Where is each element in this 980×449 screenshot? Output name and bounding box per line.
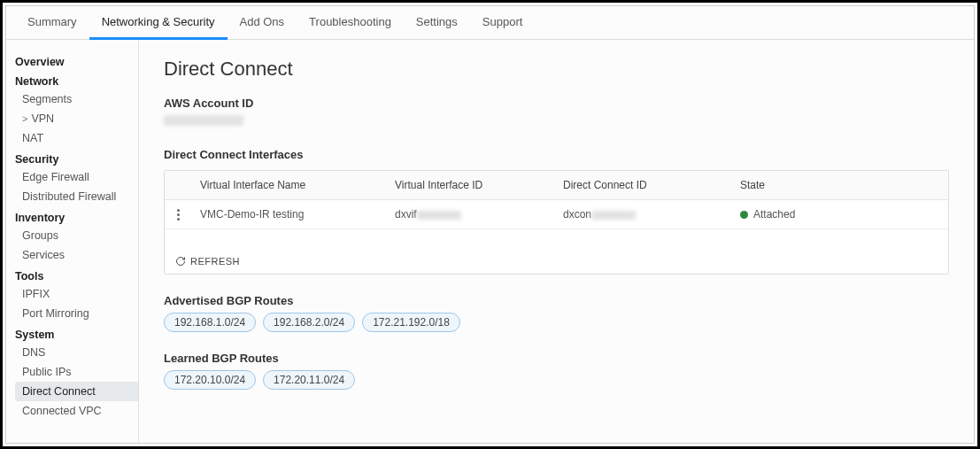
- col-direct-connect-id[interactable]: Direct Connect ID: [554, 171, 731, 199]
- dcid-redacted: [591, 211, 636, 220]
- sidebar: Overview Network Segments VPN NAT Securi…: [6, 40, 139, 442]
- sidebar-section-security: Security: [15, 148, 138, 167]
- table-header: Virtual Interface Name Virtual Interface…: [165, 171, 948, 200]
- tab-troubleshooting[interactable]: Troubleshooting: [297, 6, 404, 39]
- sidebar-item-edge-firewall[interactable]: Edge Firewall: [15, 167, 138, 187]
- refresh-label: REFRESH: [190, 256, 240, 267]
- sidebar-item-services[interactable]: Services: [15, 245, 138, 265]
- aws-account-id-label: AWS Account ID: [164, 97, 949, 110]
- status-dot-icon: [740, 211, 748, 219]
- tab-summary[interactable]: Summary: [15, 6, 89, 39]
- sidebar-item-vpn[interactable]: VPN: [15, 109, 138, 128]
- row-menu-icon[interactable]: [174, 209, 182, 221]
- tab-settings[interactable]: Settings: [404, 6, 470, 39]
- sidebar-item-segments[interactable]: Segments: [15, 89, 138, 109]
- route-pill[interactable]: 172.21.192.0/18: [362, 313, 460, 332]
- route-pill[interactable]: 192.168.2.0/24: [263, 313, 355, 332]
- aws-account-id-value: [164, 115, 243, 126]
- tab-networking-security[interactable]: Networking & Security: [89, 6, 228, 40]
- sidebar-section-overview[interactable]: Overview: [15, 50, 138, 70]
- dcid-prefix: dxcon: [563, 208, 591, 221]
- sidebar-item-groups[interactable]: Groups: [15, 226, 138, 245]
- sidebar-item-port-mirroring[interactable]: Port Mirroring: [15, 304, 138, 323]
- vid-prefix: dxvif: [395, 208, 417, 221]
- sidebar-section-network: Network: [15, 70, 138, 89]
- sidebar-section-inventory: Inventory: [15, 206, 138, 226]
- col-menu: [165, 171, 191, 199]
- sidebar-section-tools: Tools: [15, 265, 138, 284]
- interfaces-table: Virtual Interface Name Virtual Interface…: [164, 170, 949, 275]
- sidebar-item-distributed-firewall[interactable]: Distributed Firewall: [15, 187, 138, 206]
- tab-support[interactable]: Support: [470, 6, 536, 39]
- learned-bgp-heading: Learned BGP Routes: [164, 352, 949, 365]
- advertised-routes: 192.168.1.0/24 192.168.2.0/24 172.21.192…: [164, 313, 949, 332]
- route-pill[interactable]: 172.20.11.0/24: [263, 370, 355, 390]
- col-state[interactable]: State: [731, 171, 948, 199]
- route-pill[interactable]: 192.168.1.0/24: [164, 313, 256, 332]
- refresh-icon: [175, 256, 186, 267]
- sidebar-item-dns[interactable]: DNS: [15, 343, 138, 362]
- refresh-button[interactable]: REFRESH: [165, 249, 948, 274]
- main-content: Direct Connect AWS Account ID Direct Con…: [139, 40, 974, 442]
- direct-connect-interfaces-heading: Direct Connect Interfaces: [164, 148, 949, 161]
- sidebar-item-nat[interactable]: NAT: [15, 128, 138, 148]
- tab-add-ons[interactable]: Add Ons: [228, 6, 297, 39]
- state-label: Attached: [753, 208, 795, 221]
- sidebar-item-public-ips[interactable]: Public IPs: [15, 362, 138, 382]
- learned-routes: 172.20.10.0/24 172.20.11.0/24: [164, 370, 949, 390]
- advertised-bgp-heading: Advertised BGP Routes: [164, 294, 949, 307]
- sidebar-item-direct-connect[interactable]: Direct Connect: [15, 382, 139, 401]
- col-virtual-interface-name[interactable]: Virtual Interface Name: [191, 171, 386, 199]
- col-virtual-interface-id[interactable]: Virtual Interface ID: [386, 171, 554, 199]
- route-pill[interactable]: 172.20.10.0/24: [164, 370, 256, 390]
- cell-state: Attached: [731, 200, 948, 228]
- cell-direct-connect-id: dxcon: [554, 200, 731, 228]
- page-title: Direct Connect: [164, 58, 949, 81]
- vid-redacted: [417, 211, 461, 220]
- sidebar-item-ipfix[interactable]: IPFIX: [15, 284, 138, 304]
- top-tabs: Summary Networking & Security Add Ons Tr…: [6, 6, 974, 40]
- cell-virtual-interface-id: dxvif: [386, 200, 554, 228]
- table-row[interactable]: VMC-Demo-IR testing dxvif dxcon Attached: [165, 200, 948, 229]
- cell-interface-name: VMC-Demo-IR testing: [191, 200, 386, 228]
- sidebar-section-system: System: [15, 323, 138, 343]
- sidebar-item-connected-vpc[interactable]: Connected VPC: [15, 401, 138, 421]
- sidebar-item-label: VPN: [31, 112, 54, 125]
